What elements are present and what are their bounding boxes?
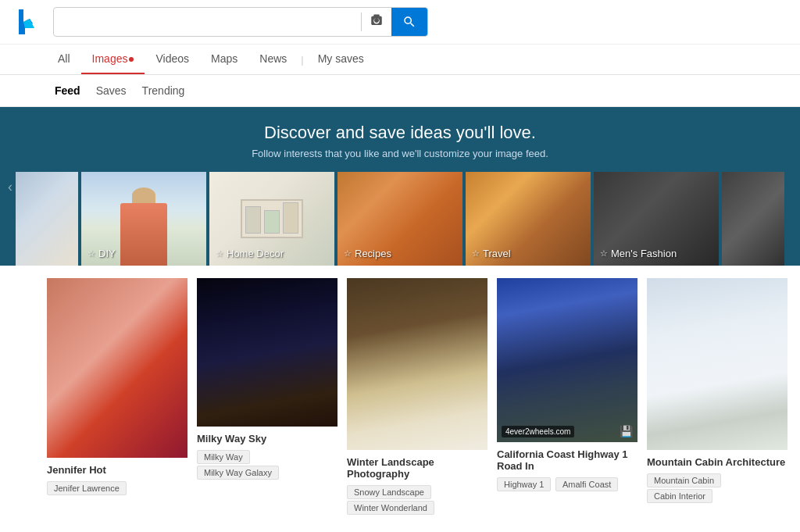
image-card-milkyway: Milky Way Sky Milky Way Milky Way Galaxy <box>197 278 338 520</box>
category-card-recipes[interactable]: ☆ Recipes <box>338 172 462 266</box>
sub-nav-feed[interactable]: Feed <box>47 81 88 100</box>
search-button[interactable] <box>391 7 427 37</box>
image-card-info-cabin: Mountain Cabin Architecture Mountain Cab… <box>647 450 788 508</box>
nav-maps[interactable]: Maps <box>200 45 248 74</box>
category-partial-right[interactable] <box>722 172 784 266</box>
category-card-mensfashion[interactable]: ☆ Men's Fashion <box>594 172 719 266</box>
star-icon-travel: ☆ <box>472 248 480 259</box>
category-card-diy[interactable]: ☆ DIY <box>81 172 206 266</box>
banner-subtitle: Follow interests that you like and we'll… <box>252 148 548 159</box>
category-card-homedecor[interactable]: ☆ Home Decor <box>209 172 334 266</box>
image-tag-cabin-1[interactable]: Cabin Interior <box>647 489 712 503</box>
image-tag-california-0[interactable]: Highway 1 <box>497 477 551 491</box>
star-icon-homedecor: ☆ <box>216 248 223 259</box>
image-card-title-winter: Winter Landscape Photography <box>347 456 488 480</box>
star-icon-diy: ☆ <box>88 248 95 259</box>
image-thumb-winter[interactable] <box>347 278 488 450</box>
banner-left-arrow[interactable]: ‹ <box>8 178 12 195</box>
image-card-title-jennifer: Jennifer Hot <box>47 464 188 476</box>
source-badge-california: 4ever2wheels.com <box>502 426 574 437</box>
image-card-cabin: Mountain Cabin Architecture Mountain Cab… <box>647 278 788 520</box>
nav-separator: | <box>298 54 306 66</box>
image-card-winter: Winter Landscape Photography Snowy Lands… <box>347 278 488 520</box>
image-tag-milkyway-0[interactable]: Milky Way <box>197 450 250 464</box>
main-nav: All Images Videos Maps News | My saves <box>0 45 800 75</box>
category-card-travel[interactable]: ☆ Travel <box>466 172 591 266</box>
image-card-title-california: California Coast Highway 1 Road In <box>497 448 638 472</box>
image-thumb-cabin[interactable] <box>647 278 788 450</box>
image-thumb-milkyway[interactable] <box>197 278 338 427</box>
nav-images[interactable]: Images <box>81 45 145 74</box>
image-tag-winter-1[interactable]: Winter Wonderland <box>347 501 434 515</box>
image-tag-california-1[interactable]: Amalfi Coast <box>555 477 618 491</box>
header <box>0 0 800 45</box>
banner-title: Discover and save ideas you'll love. <box>252 123 548 143</box>
camera-search-button[interactable] <box>362 13 391 30</box>
category-partial-left[interactable] <box>16 172 78 266</box>
image-card-info-winter: Winter Landscape Photography Snowy Lands… <box>347 450 488 520</box>
star-icon-mensfashion: ☆ <box>600 248 608 259</box>
banner-text: Discover and save ideas you'll love. Fol… <box>252 123 548 159</box>
search-bar <box>53 7 428 37</box>
image-card-california: 4ever2wheels.com 💾 California Coast High… <box>497 278 638 520</box>
category-label-recipes: ☆ Recipes <box>344 248 391 259</box>
image-tag-milkyway-1[interactable]: Milky Way Galaxy <box>197 466 279 480</box>
bing-logo <box>12 6 44 37</box>
category-label-diy: ☆ DIY <box>88 248 116 259</box>
image-tag-cabin-0[interactable]: Mountain Cabin <box>647 473 721 487</box>
image-tag-jennifer-0[interactable]: Jenifer Lawrence <box>47 481 127 495</box>
image-card-info-california: California Coast Highway 1 Road In Highw… <box>497 442 638 496</box>
save-icon-california[interactable]: 💾 <box>620 425 633 437</box>
image-thumb-california[interactable]: 4ever2wheels.com 💾 <box>497 278 638 442</box>
sub-nav-trending[interactable]: Trending <box>134 81 193 100</box>
image-card-title-milkyway: Milky Way Sky <box>197 433 338 445</box>
images-dot <box>129 57 134 62</box>
discover-banner: ‹ Discover and save ideas you'll love. F… <box>0 107 800 266</box>
nav-all[interactable]: All <box>47 45 81 74</box>
image-card-jennifer: Jennifer Hot Jenifer Lawrence <box>47 278 188 520</box>
image-card-info-jennifer: Jennifer Hot Jenifer Lawrence <box>47 458 188 500</box>
category-label-mensfashion: ☆ Men's Fashion <box>600 248 677 259</box>
category-label-travel: ☆ Travel <box>472 248 511 259</box>
image-thumb-jennifer[interactable] <box>47 278 188 458</box>
nav-mysaves[interactable]: My saves <box>307 45 375 74</box>
image-grid: Jennifer Hot Jenifer Lawrence Milky Way … <box>0 266 800 532</box>
nav-news[interactable]: News <box>248 45 298 74</box>
image-card-info-milkyway: Milky Way Sky Milky Way Milky Way Galaxy <box>197 427 338 484</box>
nav-videos[interactable]: Videos <box>145 45 200 74</box>
sub-nav: Feed Saves Trending <box>0 75 800 107</box>
search-input[interactable] <box>54 16 361 29</box>
star-icon-recipes: ☆ <box>344 248 352 259</box>
image-tag-winter-0[interactable]: Snowy Landscape <box>347 485 431 499</box>
banner-categories: ☆ DIY ☆ Home Decor ☆ Recipes <box>16 172 784 266</box>
sub-nav-saves[interactable]: Saves <box>88 81 134 100</box>
category-label-homedecor: ☆ Home Decor <box>216 248 284 259</box>
image-card-title-cabin: Mountain Cabin Architecture <box>647 456 788 468</box>
